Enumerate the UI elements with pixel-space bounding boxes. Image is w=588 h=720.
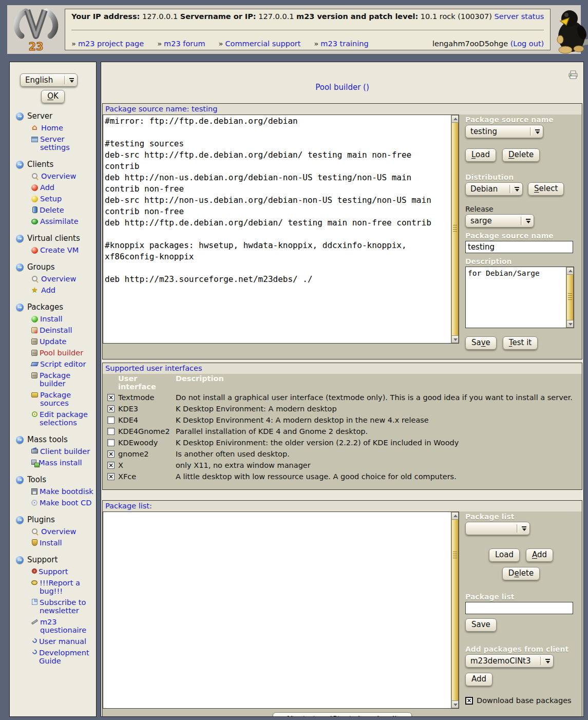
ui-checkbox-gnome2[interactable]: ×: [107, 450, 115, 458]
sidebar-section-plugins: PluginsOverviewInstall: [16, 515, 94, 547]
sidebar-item-setup[interactable]: Setup: [31, 195, 94, 203]
release-select[interactable]: sarge: [465, 214, 534, 228]
sidebar-item-support[interactable]: Support: [31, 567, 94, 576]
description-scrollbar[interactable]: [566, 267, 574, 328]
ui-checkbox-kdewoody[interactable]: [107, 439, 115, 446]
language-select-value: English: [25, 75, 63, 85]
sidebar-item-overview[interactable]: Overview: [31, 275, 94, 283]
sidebar-item-home[interactable]: Home: [31, 124, 94, 132]
scroll-down-icon[interactable]: [566, 320, 574, 328]
package-list-textarea[interactable]: [103, 512, 450, 708]
arrow-circle-icon: [16, 516, 24, 524]
sidebar-item-script-editor[interactable]: Script editor: [31, 360, 94, 368]
sidebar-item-make-boot-cd[interactable]: Make boot CD: [31, 499, 94, 507]
sidebar-item-subscribe-to-newsletter[interactable]: Subscribe to newsletter: [31, 598, 94, 615]
arrow-circle-icon: [16, 476, 24, 484]
sidebar-item-create-vm[interactable]: Create VM: [31, 246, 94, 254]
package-list-name-input[interactable]: [465, 602, 573, 614]
arrow-circle-icon: [16, 235, 24, 242]
sidebar-item-package-builder[interactable]: Package builder: [31, 371, 94, 388]
ui-checkbox-xfce[interactable]: ×: [107, 473, 115, 480]
save-source-button[interactable]: Save: [465, 336, 497, 350]
server-info-line: Your IP address: 127.0.0.1 Servername or…: [71, 12, 544, 21]
package-list-scrollbar[interactable]: [451, 512, 459, 708]
scroll-up-icon[interactable]: [566, 267, 574, 275]
sidebar-section-label: Tools: [27, 475, 46, 484]
sidebar-item-deinstall[interactable]: Deinstall: [31, 326, 94, 334]
language-select[interactable]: English: [20, 73, 78, 87]
sidebar-item-add[interactable]: Add: [31, 183, 94, 192]
add-list-button[interactable]: Add: [526, 548, 553, 562]
scroll-down-icon[interactable]: [451, 335, 459, 343]
package-sources-textarea[interactable]: #mirror: ftp://ftp.de.debian.org/debian …: [103, 115, 450, 343]
ui-checkbox-kde4[interactable]: [107, 416, 115, 424]
sidebar-item-report-a-bug[interactable]: !!!Report a bug!!!: [31, 579, 94, 595]
sidebar-item-overview[interactable]: Overview: [31, 172, 94, 180]
chevron-down-icon: [68, 78, 75, 83]
package-source-select[interactable]: testing: [465, 125, 543, 138]
delete-source-button[interactable]: Delete: [502, 148, 540, 162]
sidebar-item-install[interactable]: Install: [31, 539, 94, 547]
add-from-client-button[interactable]: Add: [465, 673, 492, 686]
sidebar-item-update[interactable]: Update: [31, 337, 94, 346]
sources-scrollbar[interactable]: [451, 115, 459, 343]
scroll-up-icon[interactable]: [451, 115, 459, 123]
delete-list-button[interactable]: Delete: [502, 567, 540, 580]
commercial-support-link[interactable]: Commercial support: [225, 40, 300, 48]
ui-checkbox-kde4gnome2[interactable]: [107, 428, 115, 435]
sidebar-item-install[interactable]: Install: [31, 315, 94, 323]
sidebar-item-client-builder[interactable]: Client builder: [31, 447, 94, 456]
ui-checkbox-x[interactable]: ×: [107, 462, 115, 469]
sidebar-item-overview[interactable]: Overview: [31, 527, 94, 536]
sidebar-item-server-settings[interactable]: Server settings: [31, 135, 94, 151]
next-step-button[interactable]: Next step (Start download): [273, 712, 411, 717]
sidebar-item-development-guide[interactable]: Development Guide: [31, 649, 94, 665]
sidebar-item-mass-install[interactable]: Mass install: [31, 459, 94, 467]
download-base-packages-checkbox[interactable]: ×: [465, 697, 473, 705]
sidebar-item-make-bootdisk[interactable]: Make bootdisk: [31, 487, 94, 496]
select-distribution-button[interactable]: Select: [528, 182, 564, 196]
test-it-button[interactable]: Test it: [503, 336, 538, 350]
sidebar-item-m23-questionaire[interactable]: m23 questionaire: [31, 618, 94, 634]
mag-icon: [31, 528, 39, 536]
sidebar-item-label: Deinstall: [40, 326, 72, 334]
pkg-icon: [31, 372, 37, 378]
m23-project-page-link[interactable]: m23 project page: [78, 40, 144, 48]
mag-icon: [31, 173, 39, 180]
scroll-up-icon[interactable]: [451, 512, 459, 520]
ok-button[interactable]: OK: [41, 90, 65, 103]
home-icon: [31, 124, 39, 132]
sidebar-item-label: Client builder: [40, 447, 90, 456]
server-status-link[interactable]: Server status: [495, 12, 544, 21]
package-list-select[interactable]: [465, 522, 530, 535]
save-list-button[interactable]: Save: [465, 618, 497, 632]
ui-checkbox-kde3[interactable]: ×: [107, 405, 115, 412]
description-textarea[interactable]: for Debian/Sarge: [466, 267, 565, 328]
m23-training-link[interactable]: m23 training: [320, 40, 368, 48]
ui-table-row: KDE4Gnome2Parallel installation of KDE 4…: [106, 427, 578, 436]
load-source-button[interactable]: Load: [465, 148, 496, 162]
sidebar-item-package-sources[interactable]: Package sources: [31, 391, 94, 407]
ui-checkbox-textmode[interactable]: ×: [107, 394, 115, 401]
ui-description: Is another often used desktop.: [176, 449, 578, 459]
note-icon: [32, 599, 37, 605]
sidebar-item-pool-builder[interactable]: Pool builder: [31, 349, 94, 357]
ui-table-row: KDEwoodyK Desktop Enivironment: the olde…: [106, 438, 578, 447]
sidebar-navigation: ServerHomeServer settingsClientsOverview…: [10, 111, 96, 665]
header: 23 Your IP address: 127.0.0.1 Servername…: [7, 5, 581, 54]
m23-forum-link[interactable]: m23 forum: [164, 40, 205, 48]
sidebar-item-user-manual[interactable]: User manual: [31, 637, 94, 646]
scroll-down-icon[interactable]: [451, 700, 459, 708]
header-info-box: Your IP address: 127.0.0.1 Servername or…: [65, 9, 551, 50]
sidebar-item-edit-package-selections[interactable]: Edit package selections: [31, 410, 94, 427]
client-select[interactable]: m23demoClNt3: [465, 654, 554, 668]
printer-icon[interactable]: [568, 70, 578, 81]
distribution-select[interactable]: Debian: [465, 182, 523, 196]
ui-name: gnome2: [118, 449, 176, 458]
sidebar-item-delete[interactable]: Delete: [31, 206, 94, 214]
package-source-name-input[interactable]: [465, 241, 573, 253]
sidebar-item-assimilate[interactable]: Assimilate: [31, 217, 94, 225]
load-list-button[interactable]: Load: [489, 548, 520, 562]
logout-link[interactable]: (Log out): [510, 40, 544, 48]
sidebar-item-add[interactable]: Add: [31, 286, 94, 294]
